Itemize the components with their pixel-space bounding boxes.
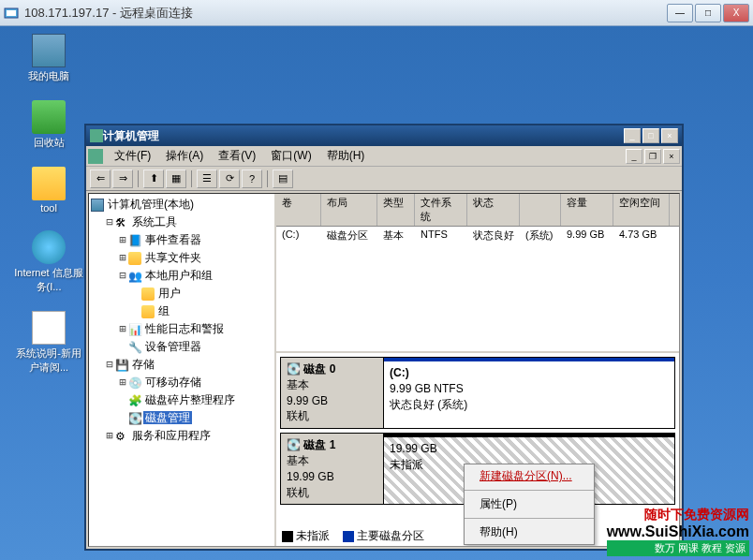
- mmc-titlebar[interactable]: 计算机管理 _ □ ×: [86, 125, 682, 146]
- help-button[interactable]: ?: [242, 169, 262, 188]
- separator: [138, 170, 139, 187]
- menu-help[interactable]: 帮助(H): [319, 146, 373, 166]
- separator: [267, 170, 268, 187]
- tree-services[interactable]: ⊞⚙服务和应用程序: [104, 427, 273, 445]
- computer-icon: [91, 199, 104, 212]
- watermark: 随时下免费资源网 www.SuiShiXia.com 数万 网课 教程 资源: [607, 507, 749, 556]
- up-button[interactable]: ⬆: [143, 169, 164, 188]
- menu-window[interactable]: 窗口(W): [263, 146, 318, 166]
- collapse-icon[interactable]: ⊟: [117, 269, 128, 282]
- tree-groups[interactable]: 组: [130, 302, 273, 320]
- remote-desktop[interactable]: 我的电脑 回收站 tool Internet 信息服务(I... 系统说明-新用…: [0, 26, 753, 560]
- col-volume[interactable]: 卷: [276, 194, 321, 226]
- volume-list[interactable]: 卷 布局 类型 文件系统 状态 容量 空闲空间 (C:) 磁盘分区: [276, 194, 679, 353]
- tree-pane[interactable]: 计算机管理(本地) ⊟🛠系统工具 ⊞📘事件查看器 ⊞共享文件夹 ⊟👥本地用户和组…: [89, 194, 276, 546]
- disk-1-info[interactable]: 💽 磁盘 1 基本 19.99 GB 联机: [281, 434, 384, 504]
- svg-rect-1: [7, 10, 16, 16]
- desktop-icon-tool[interactable]: tool: [11, 167, 86, 214]
- disk-0-info[interactable]: 💽 磁盘 0 基本 9.99 GB 联机: [281, 358, 384, 428]
- users-icon: 👥: [128, 270, 141, 283]
- col-capacity[interactable]: 容量: [561, 194, 613, 226]
- minimize-button[interactable]: —: [667, 4, 693, 22]
- book-icon: 📘: [128, 234, 141, 247]
- app-icon: [88, 149, 103, 164]
- separator: [191, 170, 192, 187]
- col-status[interactable]: 状态: [467, 194, 520, 226]
- computer-management-window: 计算机管理 _ □ × 文件(F) 操作(A) 查看(V) 窗口(W) 帮助(H…: [84, 124, 684, 551]
- desktop-icon-readme[interactable]: 系统说明-新用户请阅...: [11, 311, 86, 375]
- expand-icon[interactable]: ⊞: [117, 322, 128, 335]
- tree-event-viewer[interactable]: ⊞📘事件查看器: [117, 231, 273, 249]
- mmc-maximize-button[interactable]: □: [642, 128, 659, 143]
- maximize-button[interactable]: □: [695, 4, 721, 22]
- collapse-icon[interactable]: ⊟: [104, 215, 115, 228]
- disk-0-row[interactable]: 💽 磁盘 0 基本 9.99 GB 联机 (C:) 9.99 GB NTFS 状…: [280, 357, 675, 429]
- text-icon: [32, 311, 66, 345]
- legend-swatch-unassigned: [282, 531, 293, 542]
- volume-row[interactable]: (C:) 磁盘分区 基本 NTFS 状态良好 (系统) 9.99 GB 4.73…: [276, 227, 679, 244]
- tree-perf[interactable]: ⊞📊性能日志和警报: [117, 320, 273, 338]
- content-pane: 卷 布局 类型 文件系统 状态 容量 空闲空间 (C:) 磁盘分区: [276, 194, 679, 546]
- mdi-restore[interactable]: ❐: [644, 149, 661, 164]
- tree-diskmgmt[interactable]: 💽磁盘管理: [117, 409, 273, 427]
- show-hide-button[interactable]: ▦: [166, 169, 186, 188]
- collapse-icon[interactable]: ⊟: [104, 358, 115, 371]
- menu-file[interactable]: 文件(F): [107, 146, 158, 166]
- globe-icon: [32, 230, 66, 264]
- desktop-icon-mycomputer[interactable]: 我的电脑: [11, 34, 86, 83]
- window-controls: — □ X: [667, 4, 749, 22]
- tree-systools[interactable]: ⊟🛠系统工具: [104, 214, 273, 231]
- desktop-icon-recycle[interactable]: 回收站: [11, 100, 86, 150]
- folder-icon: [141, 287, 155, 301]
- tree-defrag[interactable]: 🧩磁盘碎片整理程序: [117, 391, 273, 409]
- close-button[interactable]: X: [723, 4, 749, 22]
- menu-new-partition[interactable]: 新建磁盘分区(N)...: [465, 464, 594, 488]
- folder-icon: [32, 167, 66, 200]
- expand-icon[interactable]: ⊞: [117, 251, 128, 264]
- desktop-icons: 我的电脑 回收站 tool Internet 信息服务(I... 系统说明-新用…: [11, 34, 86, 375]
- expand-icon[interactable]: ⊞: [117, 233, 128, 246]
- properties-button[interactable]: ☰: [197, 169, 217, 188]
- tree-storage[interactable]: ⊟💾存储: [104, 356, 273, 374]
- col-layout[interactable]: 布局: [321, 194, 377, 226]
- extra-button[interactable]: ▤: [273, 169, 293, 188]
- col-free[interactable]: 空闲空间: [613, 194, 670, 226]
- menu-separator: [465, 518, 594, 519]
- menu-properties[interactable]: 属性(P): [465, 493, 594, 516]
- context-menu: 新建磁盘分区(N)... 属性(P) 帮助(H): [464, 464, 595, 545]
- mmc-close-button[interactable]: ×: [661, 128, 678, 143]
- col-type[interactable]: 类型: [377, 194, 415, 226]
- mdi-minimize[interactable]: _: [626, 149, 642, 164]
- refresh-button[interactable]: ⟳: [219, 169, 240, 188]
- disk-0-volume-c[interactable]: (C:) 9.99 GB NTFS 状态良好 (系统): [384, 358, 674, 428]
- tree-users[interactable]: 用户: [130, 285, 273, 302]
- forward-button[interactable]: ⇒: [112, 169, 133, 188]
- rdp-title: 108.171.197.17 - 远程桌面连接: [24, 5, 667, 22]
- mdi-controls: _ ❐ ×: [626, 149, 680, 164]
- expand-icon[interactable]: ⊞: [104, 429, 115, 442]
- col-fs[interactable]: 文件系统: [415, 194, 467, 226]
- tree-shared[interactable]: ⊞共享文件夹: [117, 249, 273, 267]
- rdp-window: 108.171.197.17 - 远程桌面连接 — □ X 我的电脑 回收站 t…: [0, 0, 753, 560]
- mdi-close[interactable]: ×: [663, 149, 680, 164]
- desktop-icon-iis[interactable]: Internet 信息服务(I...: [11, 230, 86, 294]
- legend: 未指派 主要磁盘分区: [282, 528, 424, 544]
- disk-icon: 💿: [128, 376, 141, 390]
- toolbar: ⇐ ⇒ ⬆ ▦ ☰ ⟳ ? ▤: [86, 167, 682, 191]
- gear-icon: ⚙: [115, 430, 128, 443]
- col-extra[interactable]: [520, 194, 561, 226]
- tree-root[interactable]: 计算机管理(本地): [91, 196, 273, 214]
- expand-icon[interactable]: ⊞: [117, 376, 128, 389]
- back-button[interactable]: ⇐: [90, 169, 111, 188]
- tree-localusers[interactable]: ⊟👥本地用户和组: [117, 267, 273, 285]
- tree-removable[interactable]: ⊞💿可移动存储: [117, 374, 273, 391]
- menu-action[interactable]: 操作(A): [158, 146, 211, 166]
- chart-icon: 📊: [128, 323, 141, 336]
- defrag-icon: 🧩: [128, 394, 141, 407]
- folder-icon: [141, 305, 155, 318]
- rdp-titlebar[interactable]: 108.171.197.17 - 远程桌面连接 — □ X: [0, 0, 753, 26]
- tree-devmgr[interactable]: 🔧设备管理器: [117, 338, 273, 356]
- menu-help[interactable]: 帮助(H): [465, 521, 594, 544]
- mmc-minimize-button[interactable]: _: [624, 128, 641, 143]
- menu-view[interactable]: 查看(V): [211, 146, 263, 166]
